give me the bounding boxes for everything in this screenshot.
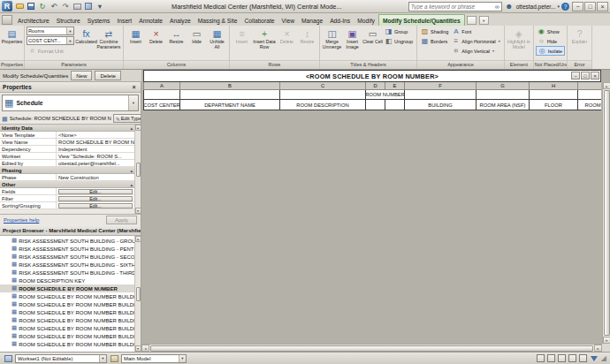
browser-item[interactable]: ▦RISK ASSESSMENT SOUTH BUILDING - PENTHO… — [0, 245, 134, 253]
search-icon[interactable]: ∞ — [495, 4, 499, 10]
tab-collaborate[interactable]: Collaborate — [240, 15, 278, 26]
property-value[interactable]: ottestad.peter@marshfiel... — [57, 160, 134, 166]
view-restore-icon[interactable]: □ — [581, 72, 590, 80]
ribbon-cycle-icon[interactable] — [467, 16, 477, 25]
tab-structure[interactable]: Structure — [53, 15, 84, 26]
scroll-up-icon[interactable]: ▴ — [135, 236, 141, 242]
scroll-down-icon[interactable]: ▾ — [135, 208, 141, 214]
chevron-down-icon[interactable]: ▾ — [99, 355, 106, 362]
section-phasing[interactable]: Phasing ▴ — [0, 167, 134, 174]
tab-modify[interactable]: Modify — [354, 15, 378, 26]
column-letter-h[interactable]: H — [530, 82, 578, 90]
close-button[interactable]: × — [597, 2, 608, 11]
merge-unmerge-button[interactable]: ◫ Merge Unmerge — [322, 27, 342, 50]
property-value[interactable]: Independent — [57, 146, 134, 152]
default-3d-view-icon[interactable] — [83, 1, 94, 11]
show-not-placed-button[interactable]: ◉ Show — [536, 27, 565, 36]
tab-annotate[interactable]: Annotate — [135, 15, 166, 26]
select-pinned-elements-toggle[interactable] — [558, 354, 566, 362]
fields-edit-button[interactable]: Edit... — [58, 189, 133, 194]
scrollbar-thumb[interactable] — [604, 90, 610, 336]
insert-column-button[interactable]: ▦ Insert — [126, 27, 146, 45]
user-dropdown-icon[interactable]: ▾ — [557, 4, 560, 9]
select-elements-by-face-toggle[interactable] — [568, 354, 576, 362]
clear-cell-button[interactable]: ▭ Clear Cell — [362, 27, 383, 45]
properties-button[interactable]: ▤ Properties — [2, 27, 22, 45]
header-room-clipped[interactable]: ROOM — [578, 100, 601, 110]
browser-scrollbar[interactable]: ▴ ▾ — [134, 236, 141, 352]
ungroup-button[interactable]: ◧ Ungroup — [383, 36, 415, 46]
header-floor[interactable]: FLOOR — [530, 100, 578, 110]
undo-icon[interactable]: ↶ — [49, 1, 59, 11]
instance-selector[interactable]: ▦ Schedule: ROOM SCHEDULE BY ROOM N ✎ Ed… — [0, 113, 141, 124]
schedule-title[interactable]: <ROOM SCHEDULE BY ROOM NUMBER> — [143, 70, 601, 82]
properties-palette-header[interactable]: Properties × — [0, 82, 141, 93]
worksets-icon[interactable] — [4, 354, 12, 363]
scroll-down-icon[interactable]: ▾ — [603, 337, 610, 344]
username[interactable]: ottestad.peter... — [516, 4, 556, 10]
align-vertical-button[interactable]: ≡ Align Vertical ▾ — [450, 46, 502, 56]
scrollbar-thumb[interactable] — [136, 163, 141, 177]
scroll-up-icon[interactable]: ▴ — [135, 125, 141, 131]
help-icon[interactable]: ? — [561, 3, 569, 11]
font-button[interactable]: A Font — [450, 27, 502, 36]
browser-item[interactable]: ▦ROOM SCHEDULE BY ROOM NUMBER BUILDING..… — [0, 332, 134, 340]
properties-help-link[interactable]: Properties help — [4, 217, 39, 223]
browser-item[interactable]: ▦RISK ASSESSMENT SOUTH BUILDING - SIXTH … — [0, 261, 134, 269]
schedule-vertical-scrollbar[interactable]: ▴ ▾ — [602, 82, 610, 344]
column-letter-a[interactable]: A — [143, 82, 180, 90]
browser-item[interactable]: ▦ROOM SCHEDULE BY ROOM NUMBER BUILDING..… — [0, 300, 134, 308]
tab-analyze[interactable]: Analyze — [166, 15, 194, 26]
tab-architecture[interactable]: Architecture — [14, 15, 53, 26]
browser-item[interactable]: ▦RISK ASSESSMENT SOUTH BUILDING - SECOND… — [0, 253, 134, 261]
chevron-down-icon[interactable]: ▾ — [499, 39, 500, 43]
header-room-description[interactable]: ROOM DESCRIPTION — [280, 100, 366, 110]
combine-parameters-button[interactable]: ⇄ Combine Parameters — [96, 27, 121, 50]
search-box[interactable]: ∞ — [408, 2, 502, 11]
tab-modify-schedule-quantities[interactable]: Modify Schedule/Quantities — [378, 14, 465, 26]
active-workset-select[interactable]: Workset1 (Not Editable) ▾ — [15, 354, 107, 363]
open-icon[interactable] — [14, 1, 25, 11]
browser-item[interactable]: ▦RISK ASSESSMENT SOUTH BUILDING - GROUND… — [0, 237, 134, 245]
header-building[interactable]: BUILDING — [405, 100, 477, 110]
edit-type-button[interactable]: ✎ Edit Type — [113, 114, 141, 123]
browser-item-selected[interactable]: ▦ROOM SCHEDULE BY ROOM NUMBER — [0, 284, 134, 292]
isolate-not-placed-button[interactable]: ◎ Isolate — [536, 46, 565, 56]
scroll-left-icon[interactable]: ◂ — [141, 345, 149, 352]
insert-image-button[interactable]: ▣ Insert Image — [342, 27, 362, 50]
chevron-down-icon[interactable]: ▾ — [128, 95, 138, 110]
save-icon[interactable] — [26, 1, 36, 11]
tab-massing-site[interactable]: Massing & Site — [194, 15, 241, 26]
selection-filter-icon[interactable] — [590, 354, 599, 363]
hide-column-button[interactable]: ▭ Hide — [187, 27, 207, 45]
resize-grip[interactable]: ◢ — [601, 355, 606, 362]
scroll-down-icon[interactable]: ▾ — [135, 345, 141, 352]
calculated-button[interactable]: fx Calculated — [76, 27, 96, 45]
redo-icon[interactable]: ↷ — [60, 1, 71, 11]
scrollbar-thumb[interactable] — [150, 345, 593, 352]
view-minimize-icon[interactable]: − — [571, 72, 580, 80]
header-department-name[interactable]: DEPARTMENT NAME — [180, 100, 280, 110]
header-cost-center[interactable]: COST CENTER — [143, 100, 180, 110]
restore-button[interactable]: □ — [584, 2, 596, 11]
browser-item[interactable]: ▦RISK ASSESSMENT SOUTH BUILDING - THIRD … — [0, 269, 134, 277]
type-selector[interactable]: ▦ Schedule ▾ — [2, 95, 139, 111]
new-button[interactable]: New — [71, 71, 92, 80]
browser-item[interactable]: ▦ROOM SCHEDULE BY ROOM NUMBER BUILDING..… — [0, 324, 134, 332]
tab-insert[interactable]: Insert — [113, 15, 135, 26]
group-button[interactable]: ◨ Group — [383, 27, 415, 36]
sorting-grouping-edit-button[interactable]: Edit... — [58, 203, 133, 209]
schedule-horizontal-scrollbar[interactable]: ◂ ▸ — [141, 344, 602, 352]
file-tab-icon[interactable] — [2, 15, 12, 25]
column-letter-c[interactable]: C — [280, 82, 366, 90]
sign-in-icon[interactable]: ☻ — [504, 1, 515, 11]
print-icon[interactable] — [72, 1, 82, 11]
property-value[interactable]: View "Schedule: ROOM S... — [57, 153, 134, 159]
tab-view[interactable]: View — [278, 15, 298, 26]
properties-scrollbar[interactable]: ▴ ▾ — [134, 125, 141, 214]
sync-icon[interactable]: ↻ — [37, 1, 48, 11]
tab-add-ins[interactable]: Add-Ins — [326, 15, 354, 26]
browser-item[interactable]: ▦ROOM SCHEDULE BY ROOM NUMBER BUILDING..… — [0, 340, 134, 348]
browser-item[interactable]: ▦ROOM SCHEDULE BY ROOM NUMBER BUILDING..… — [0, 308, 134, 316]
scrollbar-thumb[interactable] — [136, 287, 141, 301]
